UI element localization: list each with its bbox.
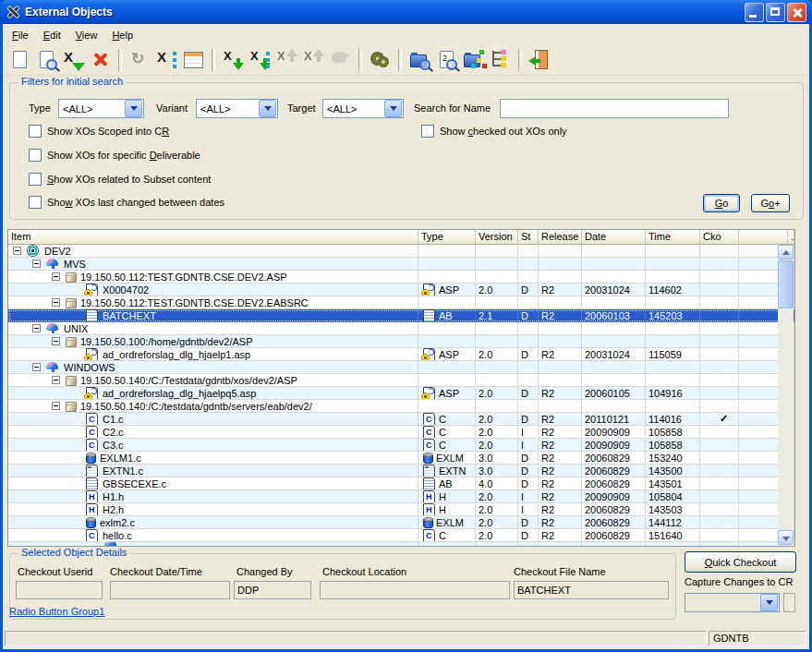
column-header-type[interactable]: Type xyxy=(418,230,476,245)
column-header-time[interactable]: Time xyxy=(646,230,700,245)
xo-properties-icon[interactable] xyxy=(181,47,206,72)
table-row[interactable]: 19.150.50.112:TEST.GDNTB.CSE.DEV2.EABSRC xyxy=(8,296,794,309)
checkout-location-field[interactable] xyxy=(320,581,510,599)
table-row[interactable]: C2.cC2.0IR220090909105858 xyxy=(8,426,794,439)
item-label: DEV2 xyxy=(44,246,71,257)
table-row[interactable]: WINDOWS xyxy=(8,361,794,374)
go-button[interactable]: Go xyxy=(703,194,740,212)
checkout-datetime-field[interactable] xyxy=(110,581,230,599)
maximize-button[interactable] xyxy=(766,3,785,22)
xo-structure-icon[interactable] xyxy=(461,47,486,72)
column-header-blank[interactable] xyxy=(739,230,788,245)
chevron-down-icon[interactable] xyxy=(384,100,402,117)
scroll-up-icon[interactable] xyxy=(778,245,794,260)
table-row[interactable]: C3.cC2.0IR220090909105858 xyxy=(8,439,794,452)
column-header-st[interactable]: St xyxy=(518,230,539,245)
table-row[interactable]: ad_ordreforslag_dlg_hjaelpq5.aspASP2.0DR… xyxy=(8,387,794,400)
table-row[interactable]: X0004702ASP2.0DR220031024114602 xyxy=(8,284,794,296)
collapse-minus-icon[interactable] xyxy=(52,337,60,345)
table-row[interactable]: H2.hH2.0IR220060829143503 xyxy=(8,503,794,516)
collapse-minus-icon[interactable] xyxy=(52,376,60,384)
collapse-minus-icon[interactable] xyxy=(32,363,41,371)
close-button[interactable] xyxy=(787,3,806,22)
checkbox-scoped-cr-box[interactable] xyxy=(29,125,42,138)
column-header-version[interactable]: Version xyxy=(476,230,518,245)
table-row[interactable]: exlm2.cEXLM2.0DR220060829144112 xyxy=(8,516,794,529)
checkbox-subset-content-box[interactable] xyxy=(29,173,42,186)
changed-by-field[interactable] xyxy=(234,581,311,599)
find-document-icon[interactable] xyxy=(34,47,59,72)
refresh-icon[interactable]: ↻ xyxy=(127,47,152,72)
table-row[interactable]: GBSECEXE.cAB4.0DR220060829143501 xyxy=(8,477,794,490)
checkbox-checked-out-only[interactable]: Show checked out XOs only xyxy=(421,125,567,138)
capture-cr-combobox[interactable] xyxy=(685,593,780,612)
menu-edit[interactable]: Edit xyxy=(36,28,68,42)
minimize-button[interactable] xyxy=(745,3,764,22)
collapse-minus-icon[interactable] xyxy=(32,260,41,268)
build-gears-icon[interactable] xyxy=(368,47,393,72)
collapse-minus-icon[interactable] xyxy=(13,247,21,255)
table-row[interactable]: H1.hH2.0IR220090909105804 xyxy=(8,490,794,503)
search-name-input[interactable] xyxy=(500,99,729,118)
column-header-item[interactable]: Item xyxy=(8,230,418,245)
checkout-xo-list-icon[interactable]: X xyxy=(248,47,273,72)
target-combobox[interactable]: <ALL> xyxy=(322,99,404,118)
column-header-release[interactable]: Release xyxy=(539,230,582,245)
checkbox-subset-content[interactable]: Show XOs related to Subset content xyxy=(29,173,211,186)
table-row[interactable]: 19.150.50.112:TEST.GDNTB.CSE.DEV2.ASP xyxy=(8,271,794,284)
checkbox-scoped-cr[interactable]: Show XOs Scoped into CR xyxy=(29,125,169,138)
collapse-minus-icon[interactable] xyxy=(52,298,60,307)
column-header-date[interactable]: Date xyxy=(582,230,646,245)
quick-checkout-button[interactable]: Quick Checkout xyxy=(685,551,796,573)
search-folder-icon[interactable] xyxy=(407,47,432,72)
table-row[interactable]: 19.150.50.140:/C:/Testdata/gdntb/xos/dev… xyxy=(8,374,794,387)
new-document-icon[interactable] xyxy=(7,47,32,72)
exit-icon[interactable] xyxy=(527,47,552,72)
column-header--[interactable]: ... xyxy=(788,230,794,245)
menu-file[interactable]: File xyxy=(5,28,36,42)
table-row[interactable]: MVS xyxy=(8,258,794,271)
table-row[interactable]: EXTN1.cEXTN3.0DR220060829143500 xyxy=(8,465,794,477)
checkout-xo-icon[interactable]: X xyxy=(221,47,246,72)
table-row[interactable]: BATCHEXTAB2.1DR220060103145203 xyxy=(8,309,794,322)
vertical-scrollbar[interactable] xyxy=(778,245,794,545)
edit-xo-icon[interactable]: X xyxy=(61,47,86,72)
collapse-minus-icon[interactable] xyxy=(32,324,41,332)
column-header-cko[interactable]: Cko xyxy=(700,230,739,245)
table-row[interactable]: 19.150.50.140:/C:/testdata/gdntb/servers… xyxy=(8,400,794,413)
delete-xo-icon[interactable] xyxy=(88,47,113,72)
checkbox-changed-between-dates[interactable]: Show XOs last changed between dates xyxy=(29,196,224,209)
window-title: External Objects xyxy=(25,6,113,18)
checkout-filename-field[interactable] xyxy=(514,581,669,599)
table-row[interactable]: UNIX xyxy=(8,322,794,335)
collapse-minus-icon[interactable] xyxy=(52,272,60,281)
table-row[interactable]: C1.cC2.0DR220110121114016✓ xyxy=(8,413,794,426)
checkbox-checked-out-only-box[interactable] xyxy=(421,125,434,138)
checkbox-specific-deliverable[interactable]: Show XOs for specific Deliverable xyxy=(29,149,200,162)
table-row[interactable]: EXLM1.cEXLM3.0DR220060829153240 xyxy=(8,452,794,465)
menu-view[interactable]: View xyxy=(68,28,105,42)
chevron-down-icon[interactable] xyxy=(125,100,142,117)
go-plus-button[interactable]: Go+ xyxy=(751,194,790,212)
checkbox-changed-between-dates-box[interactable] xyxy=(29,196,42,209)
table-row[interactable]: 19.150.50.100:/home/gdntb/dev2/ASP xyxy=(8,335,794,348)
checkbox-specific-deliverable-box[interactable] xyxy=(29,149,42,162)
chevron-down-icon[interactable] xyxy=(760,594,778,611)
table-row[interactable]: hello.cC2.0DR220060829151640 xyxy=(8,529,794,542)
xo-tree-icon[interactable] xyxy=(488,47,513,72)
item-label: 19.150.50.112:TEST.GDNTB.CSE.DEV2.ASP xyxy=(80,272,287,283)
search-level2-icon[interactable]: 2 xyxy=(434,47,459,72)
type-combobox[interactable]: <ALL> xyxy=(58,99,144,118)
chevron-down-icon[interactable] xyxy=(259,100,276,117)
variant-combobox[interactable]: <ALL> xyxy=(196,99,278,118)
scrollbar-thumb[interactable] xyxy=(778,260,794,308)
table-row[interactable]: ad_ordreforslag_dlg_hjaelp1.aspASP2.0DR2… xyxy=(8,348,794,361)
item-label: UNIX xyxy=(64,323,88,334)
xo-list-icon[interactable]: X xyxy=(154,47,179,72)
version-cell xyxy=(476,374,518,387)
collapse-minus-icon[interactable] xyxy=(52,402,60,410)
table-row[interactable]: DEV2 xyxy=(8,245,794,258)
menu-help[interactable]: Help xyxy=(104,28,140,42)
checkout-userid-field[interactable] xyxy=(16,581,103,599)
scroll-down-icon[interactable] xyxy=(778,530,794,545)
